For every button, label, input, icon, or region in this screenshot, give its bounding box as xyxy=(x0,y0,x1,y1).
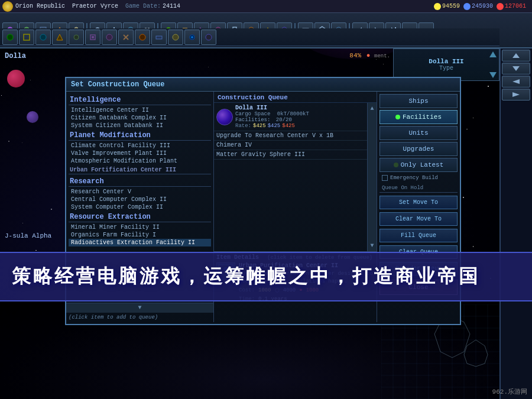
toolbar2-btn-5[interactable] xyxy=(69,30,84,45)
svg-point-45 xyxy=(7,34,13,40)
queue-extra-2[interactable]: Chimera IV xyxy=(214,141,377,150)
space-object-0 xyxy=(7,70,25,87)
food-icon xyxy=(497,3,504,10)
planet-type: Type xyxy=(439,65,453,72)
dialog-title: Set Construction Queue xyxy=(71,80,164,89)
category-research-sub: Urban Fortification Center III xyxy=(69,165,211,174)
right-btn-3[interactable] xyxy=(502,76,530,87)
list-item-climate-control[interactable]: Climate Control Facility III xyxy=(69,142,211,150)
star xyxy=(463,197,464,198)
toolbar2-btn-2[interactable] xyxy=(19,30,34,45)
svg-point-57 xyxy=(173,34,179,40)
star xyxy=(30,80,31,80)
list-item-atmospheric[interactable]: Atmospheric Modification Plant xyxy=(69,157,211,165)
chinese-banner-text: 策略经营电脑游戏，运筹帷幄之中，打造商业帝国 xyxy=(12,265,480,287)
top-bar: Orion Republic Praetor Vyrce Game Date: … xyxy=(0,0,532,13)
filter-ships-btn[interactable]: Ships xyxy=(379,94,458,108)
toolbar2-btn-11[interactable] xyxy=(168,30,183,45)
list-item-mineral-miner[interactable]: Mineral Miner Facility II xyxy=(69,223,211,231)
filter-units-btn[interactable]: Units xyxy=(379,126,458,140)
resource-food: 127061 xyxy=(497,3,526,10)
svg-rect-56 xyxy=(156,36,162,39)
list-item-system-citizen[interactable]: System Citizen Databank II xyxy=(69,122,211,129)
toolbar2-btn-10[interactable] xyxy=(151,30,167,45)
emergency-build-row: Emergency Build xyxy=(379,174,458,182)
queue-scroll-down[interactable]: ▼ xyxy=(369,241,375,250)
toolbar2-btn-9[interactable] xyxy=(135,30,150,45)
list-item-system-computer[interactable]: System Computer Complex II xyxy=(69,203,211,211)
svg-rect-51 xyxy=(92,36,94,38)
svg-point-52 xyxy=(106,34,112,40)
queue-facilities: Facilities: 20/20 xyxy=(235,117,374,123)
right-btn-1[interactable] xyxy=(502,50,530,61)
toolbar2-btn-12[interactable] xyxy=(184,30,200,45)
planet-name: Dolla III xyxy=(429,58,463,65)
toolbar2-btn-4[interactable] xyxy=(52,30,67,45)
star xyxy=(473,246,473,246)
dialog-title-bar: Set Construction Queue xyxy=(66,78,460,92)
emergency-build-label: Emergency Build xyxy=(390,175,438,181)
emergency-build-checkbox[interactable] xyxy=(382,175,388,181)
star xyxy=(488,86,489,87)
queue-extra-3[interactable]: Matter Gravity Sphere III xyxy=(214,150,377,160)
list-item-radioactives[interactable]: Radioactives Extraction Facility II xyxy=(69,239,211,246)
planet-info-panel: Dolla III Type xyxy=(393,48,499,81)
star xyxy=(35,250,37,251)
star xyxy=(473,118,473,118)
queue-scroll-buttons: ▲ ▼ xyxy=(367,103,377,251)
items-scroll-down[interactable]: ▼ xyxy=(66,303,213,312)
svg-point-55 xyxy=(140,34,145,40)
resource-credits: 94559 xyxy=(434,3,460,10)
list-item-central-computer[interactable]: Central Computer Complex II xyxy=(69,196,211,203)
svg-point-47 xyxy=(40,34,46,40)
list-item-intelligence-center[interactable]: Intelligence Center II xyxy=(69,106,211,114)
list-item-valve-improvement[interactable]: Valve Improvement Plant III xyxy=(69,150,211,157)
game-date: Game Date: 24114 xyxy=(125,3,180,9)
svg-marker-66 xyxy=(512,66,520,71)
toolbar-row2 xyxy=(0,28,499,46)
list-item-citizen-databank[interactable]: Citizen Databank Complex II xyxy=(69,114,211,122)
queue-extra-1[interactable]: Upgrade To Research Center V x 1B xyxy=(214,131,377,141)
toolbar2-btn-8[interactable] xyxy=(118,30,134,45)
star xyxy=(8,141,9,142)
queue-scroll-up[interactable]: ▲ xyxy=(369,104,375,113)
set-move-to-btn[interactable]: Set Move To xyxy=(379,196,458,209)
star xyxy=(22,142,22,143)
toolbar2-btn-3[interactable] xyxy=(35,30,51,45)
category-planet-mod: Planet Modification xyxy=(69,129,211,141)
game-logo xyxy=(2,1,13,12)
category-intelligence: Intelligence xyxy=(69,94,211,105)
queue-item-info: Dolla III Cargo Space 0kT/8000kT Facilit… xyxy=(235,105,374,129)
clear-move-to-btn[interactable]: Clear Move To xyxy=(379,212,458,226)
queue-cargo-space: Cargo Space 0kT/8000kT xyxy=(235,111,374,117)
svg-marker-48 xyxy=(57,34,63,40)
filter-only-latest-btn[interactable]: Only Latest xyxy=(379,158,458,172)
star xyxy=(383,64,384,64)
queue-main-item: Dolla III Cargo Space 0kT/8000kT Facilit… xyxy=(214,103,377,131)
toolbar2-btn-13[interactable] xyxy=(201,30,216,45)
svg-point-49 xyxy=(74,35,79,40)
queue-planet-icon xyxy=(216,109,233,125)
planet-progress-badge: 84% ● ment. xyxy=(349,52,390,59)
queue-on-hold-label: Queue On Hold xyxy=(379,184,458,193)
planet-arrow-up xyxy=(489,51,497,57)
category-research: Research xyxy=(69,176,211,187)
toolbar2-btn-6[interactable] xyxy=(85,30,100,45)
toolbar2-btn-1[interactable] xyxy=(2,30,18,45)
toolbar2-btn-7[interactable] xyxy=(102,30,117,45)
filter-facilities-btn[interactable]: Facilities xyxy=(379,110,458,124)
star xyxy=(51,209,52,210)
right-btn-4[interactable] xyxy=(502,89,530,100)
svg-point-60 xyxy=(206,34,212,40)
space-object-1 xyxy=(27,111,38,123)
svg-rect-46 xyxy=(24,34,30,40)
list-item-research-center[interactable]: Research Center V xyxy=(69,188,211,196)
filter-upgrades-btn[interactable]: Upgrades xyxy=(379,142,458,156)
svg-marker-65 xyxy=(512,53,520,58)
fill-queue-btn[interactable]: Fill Queue xyxy=(379,229,458,242)
star xyxy=(208,67,209,67)
star xyxy=(22,223,23,223)
facilities-indicator xyxy=(395,115,400,119)
list-item-organics-farm[interactable]: Organics Farm Facility I xyxy=(69,231,211,239)
right-btn-2[interactable] xyxy=(502,63,530,74)
